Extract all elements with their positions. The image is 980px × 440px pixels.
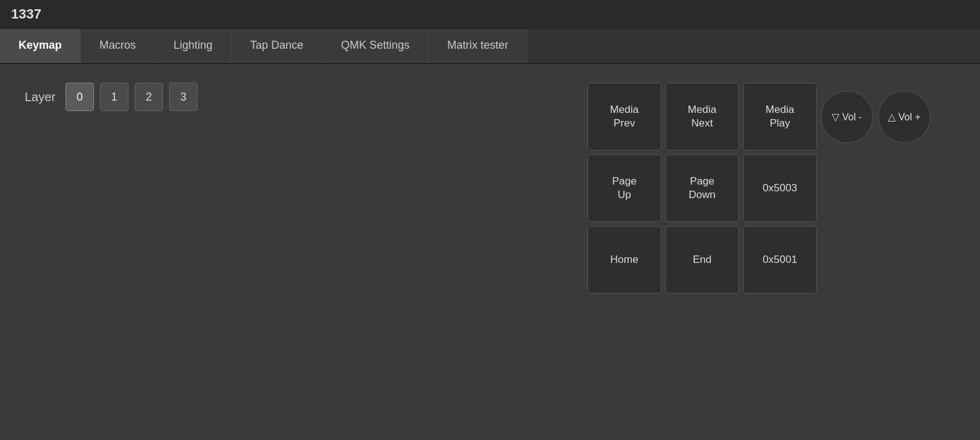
vol-area: ▽ Vol - △ Vol + bbox=[821, 91, 931, 143]
content-area: Layer 0 1 2 3 MediaPrev MediaNext MediaP… bbox=[0, 64, 980, 440]
layer-btn-2[interactable]: 2 bbox=[135, 83, 163, 111]
layer-btn-0[interactable]: 0 bbox=[65, 83, 94, 111]
tab-keymap[interactable]: Keymap bbox=[0, 29, 81, 63]
vol-plus-btn[interactable]: △ Vol + bbox=[878, 91, 931, 143]
layer-btn-3[interactable]: 3 bbox=[169, 83, 198, 111]
tab-macros[interactable]: Macros bbox=[81, 29, 155, 63]
key-media-prev[interactable]: MediaPrev bbox=[587, 83, 661, 151]
layer-btn-1[interactable]: 1 bbox=[100, 83, 128, 111]
key-page-down[interactable]: PageDown bbox=[665, 154, 739, 222]
key-media-play[interactable]: MediaPlay bbox=[743, 83, 817, 151]
key-media-next[interactable]: MediaNext bbox=[665, 83, 739, 151]
tab-lighting[interactable]: Lighting bbox=[155, 29, 232, 63]
tab-matrix-tester[interactable]: Matrix tester bbox=[429, 29, 527, 63]
key-grid: MediaPrev MediaNext MediaPlay ▽ Vol - △ … bbox=[587, 83, 931, 294]
key-end[interactable]: End bbox=[665, 226, 739, 294]
title-bar: 1337 bbox=[0, 0, 980, 29]
key-0x5003[interactable]: 0x5003 bbox=[743, 154, 817, 222]
layer-label: Layer bbox=[25, 90, 56, 104]
key-home[interactable]: Home bbox=[587, 226, 661, 294]
tab-bar: Keymap Macros Lighting Tap Dance QMK Set… bbox=[0, 29, 980, 64]
key-0x5001[interactable]: 0x5001 bbox=[743, 226, 817, 294]
tab-tap-dance[interactable]: Tap Dance bbox=[232, 29, 322, 63]
key-page-up[interactable]: PageUp bbox=[587, 154, 661, 222]
app-title: 1337 bbox=[11, 6, 41, 22]
tab-qmk-settings[interactable]: QMK Settings bbox=[322, 29, 429, 63]
vol-minus-btn[interactable]: ▽ Vol - bbox=[821, 91, 873, 143]
